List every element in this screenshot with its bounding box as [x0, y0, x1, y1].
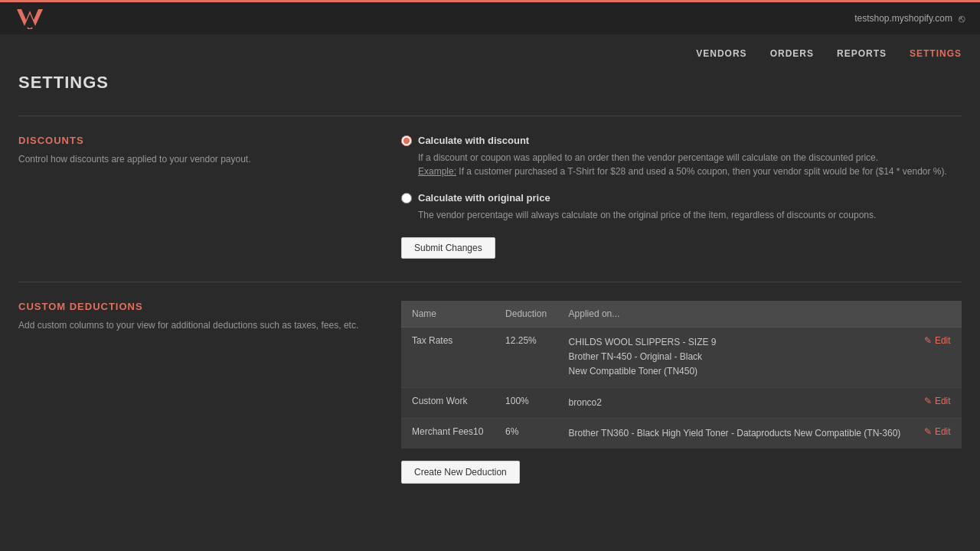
main-content: SETTINGS DISCOUNTS Control how discounts… — [0, 73, 980, 537]
row-applied-on: Brother TN360 - Black High Yield Toner -… — [558, 418, 913, 448]
discounts-description: Control how discounts are applied to you… — [18, 152, 386, 166]
page-title: SETTINGS — [18, 73, 962, 93]
discount-option2-desc: The vendor percentage will always calcul… — [401, 208, 962, 222]
row-deduction: 12.25% — [495, 328, 558, 388]
discount-option-discount: Calculate with discount If a discount or… — [401, 135, 962, 178]
nav-vendors[interactable]: VENDORS — [696, 48, 746, 59]
store-url: testshop.myshopify.com — [854, 13, 952, 24]
table-body: Tax Rates 12.25% CHILDS WOOL SLIPPERS - … — [401, 328, 962, 448]
row-edit: ✎ Edit — [913, 328, 962, 388]
table-row: Merchant Fees10 6% Brother TN360 - Black… — [401, 418, 962, 448]
discounts-section-left: DISCOUNTS Control how discounts are appl… — [18, 135, 386, 259]
row-edit: ✎ Edit — [913, 418, 962, 448]
pencil-icon: ✎ — [924, 335, 932, 346]
deductions-table: Name Deduction Applied on... Tax Rates 1… — [401, 301, 962, 448]
edit-link-merchant-fees[interactable]: ✎ Edit — [924, 426, 951, 437]
logout-icon[interactable]: ⎋ — [959, 12, 965, 24]
submit-changes-button[interactable]: Submit Changes — [401, 237, 495, 259]
logo — [15, 6, 44, 31]
discounts-section: DISCOUNTS Control how discounts are appl… — [18, 116, 962, 259]
row-name: Custom Work — [401, 387, 495, 418]
table-row: Tax Rates 12.25% CHILDS WOOL SLIPPERS - … — [401, 328, 962, 388]
discount-radio-group: Calculate with discount If a discount or… — [401, 135, 962, 222]
col-actions — [913, 301, 962, 328]
example-text: If a customer purchased a T-Shirt for $2… — [456, 166, 947, 177]
row-edit: ✎ Edit — [913, 387, 962, 418]
edit-link-custom-work[interactable]: ✎ Edit — [924, 396, 951, 406]
custom-deductions-section-left: CUSTOM DEDUCTIONS Add custom columns to … — [18, 301, 386, 484]
row-name: Merchant Fees10 — [401, 418, 495, 448]
pencil-icon: ✎ — [924, 396, 932, 406]
nav-orders[interactable]: ORDERS — [770, 48, 814, 59]
col-deduction: Deduction — [495, 301, 558, 328]
pencil-icon: ✎ — [924, 426, 932, 437]
discount-option2-label[interactable]: Calculate with original price — [401, 192, 962, 204]
discounts-section-title: DISCOUNTS — [18, 135, 386, 146]
custom-deductions-section: CUSTOM DEDUCTIONS Add custom columns to … — [18, 282, 962, 484]
nav-reports[interactable]: REPORTS — [837, 48, 887, 59]
main-nav: VENDORS ORDERS REPORTS SETTINGS — [0, 34, 980, 73]
radio-calculate-discount[interactable] — [401, 135, 412, 146]
nav-settings[interactable]: SETTINGS — [910, 48, 962, 59]
create-new-deduction-button[interactable]: Create New Deduction — [401, 461, 520, 484]
example-label: Example: — [418, 166, 456, 177]
discount-option1-label[interactable]: Calculate with discount — [401, 135, 962, 146]
custom-deductions-title: CUSTOM DEDUCTIONS — [18, 301, 386, 312]
table-row: Custom Work 100% bronco2 ✎ Edit — [401, 387, 962, 418]
row-deduction: 6% — [495, 418, 558, 448]
row-applied-on: CHILDS WOOL SLIPPERS - SIZE 9 Brother TN… — [558, 328, 913, 388]
row-deduction: 100% — [495, 387, 558, 418]
radio-calculate-original[interactable] — [401, 193, 412, 204]
edit-link-tax-rates[interactable]: ✎ Edit — [924, 335, 951, 346]
discount-option-original: Calculate with original price The vendor… — [401, 192, 962, 222]
discounts-section-right: Calculate with discount If a discount or… — [401, 135, 962, 259]
top-bar: testshop.myshopify.com ⎋ — [0, 0, 980, 34]
row-name: Tax Rates — [401, 328, 495, 388]
custom-deductions-section-right: Name Deduction Applied on... Tax Rates 1… — [401, 301, 962, 484]
col-name: Name — [401, 301, 495, 328]
custom-deductions-description: Add custom columns to your view for addi… — [18, 318, 386, 332]
table-header: Name Deduction Applied on... — [401, 301, 962, 328]
row-applied-on: bronco2 — [558, 387, 913, 418]
store-info: testshop.myshopify.com ⎋ — [854, 12, 965, 24]
discount-option1-desc: If a discount or coupon was applied to a… — [401, 151, 962, 178]
col-applied-on: Applied on... — [558, 301, 913, 328]
